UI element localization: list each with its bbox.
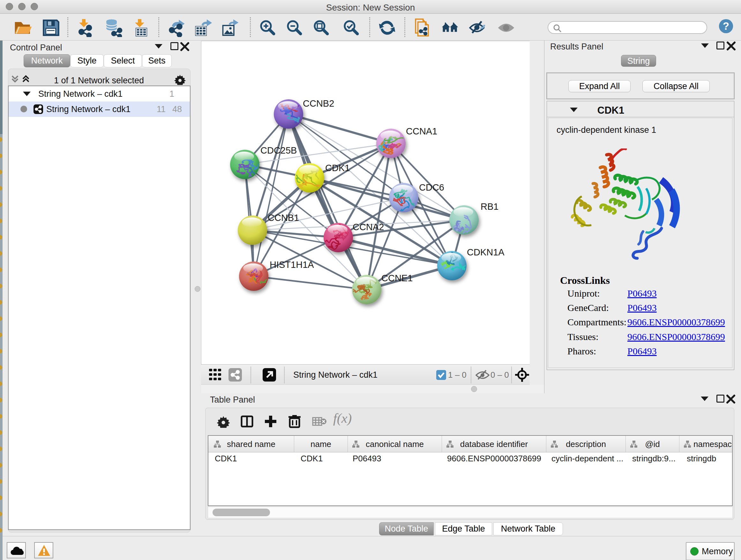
svg-text:?: ? xyxy=(723,20,729,32)
svg-text:CDK1: CDK1 xyxy=(325,163,350,173)
svg-text:RB1: RB1 xyxy=(481,201,498,212)
svg-text:CCNE1: CCNE1 xyxy=(381,273,413,283)
svg-text:CDC6: CDC6 xyxy=(419,182,444,192)
svg-text:CDKN1A: CDKN1A xyxy=(467,247,504,257)
svg-text:CDC25B: CDC25B xyxy=(260,145,297,155)
svg-text:CCNA2: CCNA2 xyxy=(353,222,384,232)
svg-text:HIST1H1A: HIST1H1A xyxy=(270,260,314,270)
svg-text:CCNA1: CCNA1 xyxy=(406,126,437,136)
svg-text:CCNB2: CCNB2 xyxy=(303,98,334,109)
svg-text:CCNB1: CCNB1 xyxy=(268,212,299,223)
